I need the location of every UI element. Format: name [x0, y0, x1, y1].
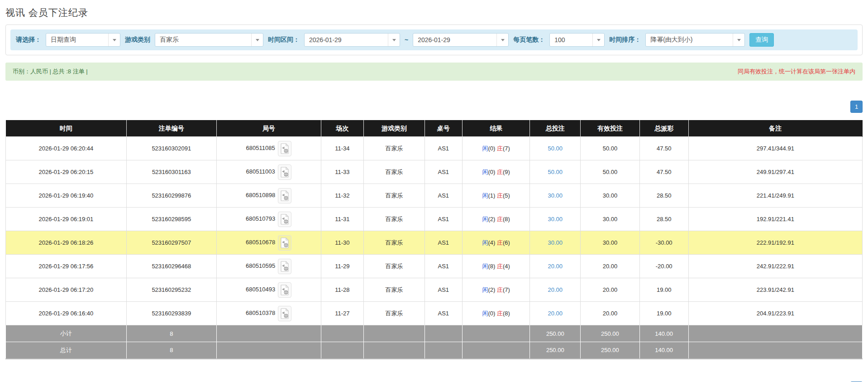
total-bet-link[interactable]: 30.00 [548, 192, 563, 199]
cell-game: 百家乐 [364, 137, 424, 160]
video-replay-button[interactable] [278, 212, 291, 227]
column-header: 总派彩 [639, 121, 688, 137]
round-no-text: 680510378 [246, 309, 275, 316]
cell-time: 2026-01-29 06:19:40 [6, 184, 127, 208]
video-replay-button[interactable] [278, 164, 291, 180]
result-player-count: (2) [488, 286, 495, 293]
result-player-count: (0) [488, 169, 495, 175]
cell-valid-bet: 20.00 [581, 255, 640, 278]
table-row: 2026-01-29 06:20:44523160302091680511085… [6, 137, 863, 160]
footer-empty-cell [424, 325, 462, 342]
cell-payout: -20.00 [639, 255, 688, 278]
cell-game: 百家乐 [364, 255, 424, 278]
chevron-down-icon [108, 34, 120, 46]
round-no-text: 680510898 [246, 192, 275, 198]
cell-time: 2026-01-29 06:18:26 [6, 231, 127, 255]
video-replay-button[interactable] [278, 235, 291, 251]
video-replay-button[interactable] [278, 259, 291, 274]
cell-remark: 297.41/344.91 [688, 137, 862, 160]
total-bet-link[interactable]: 50.00 [548, 145, 563, 152]
cell-remark: 204.91/223.91 [688, 302, 862, 325]
cell-total-bet: 20.00 [530, 302, 581, 325]
table-header: 时间注单编号局号场次游戏类别桌号结果总投注有效投注总派彩备注 [6, 121, 863, 137]
cell-game: 百家乐 [364, 278, 424, 302]
cell-total-bet: 30.00 [530, 231, 581, 255]
result-player-label: 闲 [482, 310, 488, 317]
cell-session: 11-29 [321, 255, 364, 278]
total-bet-link[interactable]: 50.00 [548, 169, 563, 175]
cell-result: 闲(0) 庄(8) [462, 302, 530, 325]
cell-game: 百家乐 [364, 302, 424, 325]
notice-text: 同局有效投注，统一计算在该局第一张注单内 [738, 68, 855, 76]
cell-remark: 223.91/242.91 [688, 278, 862, 302]
total-bet-link[interactable]: 20.00 [548, 286, 563, 293]
footer-valid-bet: 250.00 [581, 342, 640, 359]
table-row: 2026-01-29 06:19:01523160298595680510793… [6, 208, 863, 231]
cell-time: 2026-01-29 06:16:40 [6, 302, 127, 325]
cell-time: 2026-01-29 06:17:20 [6, 278, 127, 302]
table-footer-row: 小计8250.00250.00140.00 [6, 325, 863, 342]
cell-round-no: 680510793 [216, 208, 321, 231]
cell-result: 闲(0) 庄(9) [462, 160, 530, 184]
cell-session: 11-32 [321, 184, 364, 208]
cell-table-no: AS1 [424, 255, 462, 278]
date-from-select[interactable]: 2026-01-29 [304, 33, 400, 47]
result-player-count: (0) [488, 310, 495, 317]
cell-game: 百家乐 [364, 184, 424, 208]
time-range-label: 时间区间： [268, 36, 300, 44]
cell-round-no: 680510898 [216, 184, 321, 208]
cell-total-bet: 50.00 [530, 137, 581, 160]
video-replay-button[interactable] [278, 188, 291, 203]
cell-session: 11-30 [321, 231, 364, 255]
footer-empty-cell [216, 342, 321, 359]
cell-bet-no: 523160299876 [126, 184, 216, 208]
result-banker-label: 庄 [497, 216, 503, 222]
table-body: 2026-01-29 06:20:44523160302091680511085… [6, 137, 863, 325]
bet-records-table: 时间注单编号局号场次游戏类别桌号结果总投注有效投注总派彩备注 2026-01-2… [5, 120, 863, 359]
table-row: 2026-01-29 06:18:26523160297507680510678… [6, 231, 863, 255]
page-button-1[interactable]: 1 [850, 101, 863, 113]
date-to-value: 2026-01-29 [413, 36, 450, 44]
cell-total-bet: 20.00 [530, 255, 581, 278]
time-sort-select[interactable]: 降幂(由大到小) [645, 33, 745, 47]
total-bet-link[interactable]: 20.00 [548, 263, 563, 270]
cell-remark: 222.91/192.91 [688, 231, 862, 255]
query-type-select[interactable]: 日期查询 [46, 33, 120, 47]
search-button[interactable]: 查询 [749, 33, 774, 47]
cell-table-no: AS1 [424, 278, 462, 302]
column-header: 时间 [6, 121, 127, 137]
total-bet-link[interactable]: 30.00 [548, 239, 563, 246]
page: 视讯 会员下注纪录 请选择： 日期查询 游戏类别 百家乐 时间区间： 2026-… [0, 6, 868, 382]
cell-time: 2026-01-29 06:20:15 [6, 160, 127, 184]
footer-empty-cell [321, 325, 364, 342]
cell-total-bet: 50.00 [530, 160, 581, 184]
query-type-label: 请选择： [16, 36, 41, 44]
column-header: 桌号 [424, 121, 462, 137]
cell-time: 2026-01-29 06:20:44 [6, 137, 127, 160]
table-row: 2026-01-29 06:17:20523160295232680510493… [6, 278, 863, 302]
date-to-select[interactable]: 2026-01-29 [413, 33, 509, 47]
video-replay-button[interactable] [278, 306, 291, 321]
result-banker-label: 庄 [497, 239, 503, 246]
cell-session: 11-33 [321, 160, 364, 184]
game-category-select[interactable]: 百家乐 [155, 33, 263, 47]
total-bet-link[interactable]: 20.00 [548, 310, 563, 317]
video-replay-icon [280, 190, 289, 201]
pagination-top: 1 [5, 101, 863, 113]
cell-table-no: AS1 [424, 160, 462, 184]
footer-payout: 140.00 [639, 342, 688, 359]
total-bet-link[interactable]: 30.00 [548, 216, 563, 222]
cell-total-bet: 30.00 [530, 208, 581, 231]
tilde-separator: ~ [405, 36, 408, 44]
cell-payout: 47.50 [639, 160, 688, 184]
summary-text: 币别：人民币 | 总共 :8 注单 | [13, 68, 88, 76]
video-replay-button[interactable] [278, 141, 291, 156]
cell-game: 百家乐 [364, 208, 424, 231]
result-banker-count: (8) [503, 216, 510, 222]
table-footer-row: 总计8250.00250.00140.00 [6, 342, 863, 359]
video-replay-button[interactable] [278, 282, 291, 298]
result-player-count: (1) [488, 192, 495, 199]
result-banker-count: (6) [503, 239, 510, 246]
page-size-select[interactable]: 100 [549, 33, 605, 47]
cell-round-no: 680510378 [216, 302, 321, 325]
